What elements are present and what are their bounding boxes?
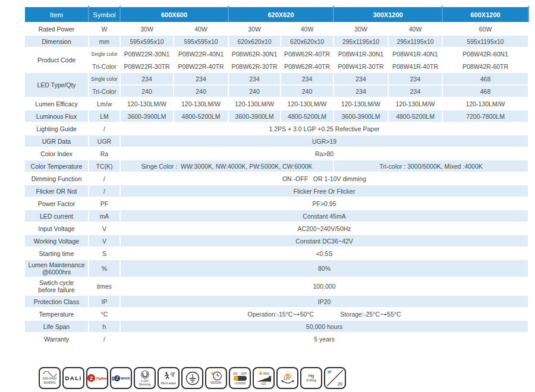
row-color-index: Color Index Ra Ra>80 bbox=[24, 147, 528, 160]
col-header-symbol: Symbol bbox=[89, 7, 120, 23]
spec-value: 234 bbox=[120, 72, 174, 85]
zwave-waves: (( bbox=[112, 375, 114, 381]
row-label-line2: before failure bbox=[26, 286, 87, 293]
spec-value: 595x1195x10 bbox=[442, 35, 528, 48]
row-unit: UGR bbox=[89, 135, 120, 147]
spec-value: 4800-5200LM bbox=[281, 110, 333, 122]
spec-value: 234 bbox=[174, 72, 228, 85]
spec-value: 234 bbox=[333, 72, 388, 85]
spec-value: AC200~240V/50Hz bbox=[120, 222, 528, 235]
bulb-icon bbox=[258, 371, 263, 376]
spec-value: 234 bbox=[281, 72, 333, 85]
row-unit: LM bbox=[89, 110, 120, 122]
spec-value: 3600-3900LM bbox=[333, 110, 388, 122]
row-unit: IP bbox=[89, 295, 120, 308]
row-product-code-single: Product Code Single color P08W22R-30N1 P… bbox=[24, 48, 528, 60]
row-unit: Lm/w bbox=[89, 97, 120, 110]
sine-wave-icon bbox=[43, 371, 57, 377]
row-led-current: LED current mA Constant 45mA bbox=[24, 210, 528, 222]
spec-value: 595x595x10 bbox=[120, 35, 174, 48]
row-protection-class: Protection Class IP IP20 bbox=[24, 295, 528, 308]
spec-value: P08W62R-30N1 bbox=[228, 48, 281, 60]
zwave-label: WAVE bbox=[121, 377, 130, 380]
spec-value: 120-130LM/W bbox=[228, 97, 281, 110]
row-unit: Tri-Color bbox=[89, 60, 120, 72]
row-starting-time: Starting time S <0.5S bbox=[24, 247, 528, 260]
row-unit: V bbox=[89, 235, 120, 247]
spec-sheet-page: Item Symbol 600X600 620X620 300X1200 600… bbox=[0, 0, 535, 392]
spec-value: <0.5S bbox=[120, 247, 528, 260]
toggle-switch-icon bbox=[234, 376, 247, 381]
dimming-icon: 1-10V Dimming bbox=[134, 367, 156, 389]
row-unit: TC(K) bbox=[89, 160, 120, 172]
spec-value: 595x595x10 bbox=[174, 35, 228, 48]
start-percent-label: 80% bbox=[263, 372, 269, 375]
row-unit: Single color bbox=[89, 48, 120, 60]
row-unit: / bbox=[89, 333, 120, 345]
row-label: Working Voltage bbox=[24, 235, 89, 247]
row-unit: V bbox=[89, 222, 120, 235]
dali-icon: DALI bbox=[62, 367, 84, 389]
ramp-icon bbox=[257, 376, 271, 382]
row-label: Lumen Maintenance@6000hrs bbox=[24, 260, 89, 277]
spec-value: 295x1195x10 bbox=[388, 35, 442, 48]
row-dimming: Dimming Function / ON -OFF OR 1-10V dimm… bbox=[24, 172, 528, 185]
row-unit: Tri-Color bbox=[89, 85, 120, 97]
spec-value: 120-130LM/W bbox=[281, 97, 333, 110]
earth-symbol-icon bbox=[185, 371, 200, 385]
lifespan-icon: 50000h bbox=[205, 367, 227, 389]
row-label: Luminous Flux bbox=[24, 110, 89, 122]
row-unit: % bbox=[89, 260, 120, 277]
spec-value: 120-130LM/W bbox=[174, 97, 228, 110]
row-unit: times bbox=[89, 277, 120, 295]
spec-value: 234 bbox=[333, 85, 388, 97]
temperature-operation: Operation:-15°C~+50°C bbox=[247, 311, 314, 318]
spec-value: 50,000 hours bbox=[120, 320, 528, 333]
row-life-span: Life Span h 50,000 hours bbox=[24, 320, 528, 333]
spec-value: P08W62R-40TR bbox=[281, 60, 333, 72]
spec-value: 4800-5200LM bbox=[174, 110, 228, 122]
row-flicker: Flicker OR Not / Flicker Free Or Flicker bbox=[24, 185, 528, 197]
col-header-item: Item bbox=[24, 7, 89, 23]
row-label: Product Code bbox=[24, 48, 89, 72]
spec-value: P08W22R-40TR bbox=[174, 60, 228, 72]
row-unit: PF bbox=[89, 197, 120, 210]
spec-value: P08W62R-40TR bbox=[281, 48, 333, 60]
spec-value: Flicker Free Or Flicker bbox=[120, 185, 528, 197]
spec-value: P08W22R-40N1 bbox=[174, 48, 228, 60]
spec-value: P08W22R-30N1 bbox=[120, 48, 174, 60]
row-unit: h bbox=[89, 320, 120, 333]
spec-value: 40W bbox=[388, 23, 442, 35]
row-label: Life Span bbox=[24, 320, 89, 333]
spec-value: P08W41R-30N1 bbox=[333, 48, 388, 60]
col-header-600x1200: 600X1200 bbox=[442, 7, 528, 23]
row-power-factor: Power Factor PF PF>0.95 bbox=[24, 197, 528, 210]
row-rated-power: Rated Power W 30W 40W 30W 40W 30W 40W 60… bbox=[24, 23, 528, 35]
spec-value: 120-130LM/W bbox=[442, 97, 528, 110]
spec-value: 234 bbox=[388, 72, 442, 85]
switch-cycle-icon: ONOFF >100000 bbox=[229, 367, 251, 389]
spec-value: 5 years bbox=[120, 333, 528, 345]
row-label: Flicker OR Not bbox=[24, 185, 89, 197]
beam-angle-label: 120° bbox=[284, 376, 291, 380]
row-unit: Single color bbox=[89, 72, 120, 85]
col-header-600x600: 600X600 bbox=[120, 7, 228, 23]
spec-value: ON -OFF OR 1-10V dimming bbox=[120, 172, 528, 185]
spec-value: IP20 bbox=[120, 295, 528, 308]
row-unit: / bbox=[89, 122, 120, 135]
clock-icon bbox=[210, 371, 222, 381]
certification-icons: 200-240V 50/60Hz DALI ZZigBee ((ZWAVE 1-… bbox=[39, 367, 348, 389]
on-label: ON bbox=[233, 372, 238, 375]
row-unit: mm bbox=[89, 35, 120, 48]
row-label: UGR Data bbox=[24, 135, 89, 147]
beam-angle-icon: 120° bbox=[276, 367, 298, 389]
zigbee-label: ZigBee bbox=[96, 377, 106, 380]
microwave-sensor-icon: Micro-wave bbox=[158, 367, 180, 389]
row-label-line2: @6000hrs bbox=[26, 268, 87, 276]
off-label: OFF bbox=[241, 372, 247, 375]
spec-value: 240 bbox=[174, 85, 228, 97]
spec-value: P08W22R-30TR bbox=[120, 60, 174, 72]
spec-value: 80% bbox=[120, 260, 528, 277]
zigbee-z-badge: Z bbox=[87, 374, 95, 382]
row-label: Lighting Guide bbox=[24, 122, 89, 135]
